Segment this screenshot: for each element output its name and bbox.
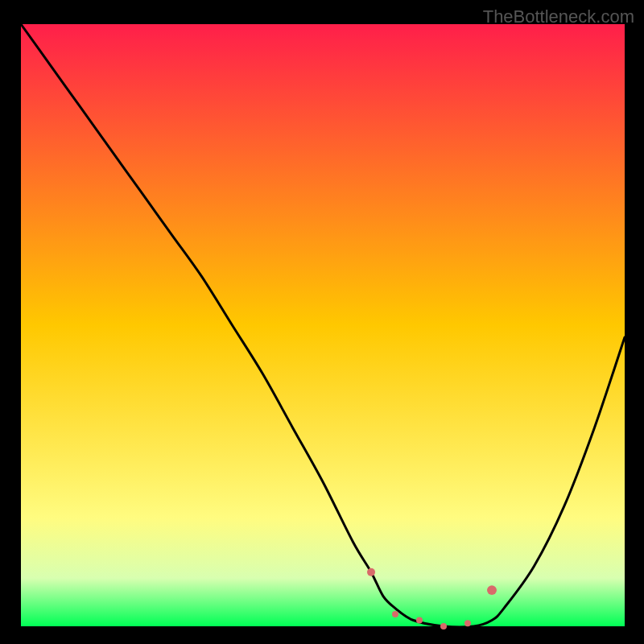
marker-fit-end: [487, 585, 497, 595]
chart-plot-area: [21, 24, 625, 626]
bottleneck-curve: [21, 24, 625, 627]
marker-fit-b: [416, 617, 423, 624]
chart-curve-layer: [21, 24, 625, 626]
marker-fit-c: [440, 623, 447, 630]
watermark-text: TheBottleneck.com: [483, 6, 634, 27]
marker-fit-a: [392, 611, 398, 617]
marker-fit-d: [464, 620, 471, 626]
marker-fit-start: [367, 568, 375, 576]
